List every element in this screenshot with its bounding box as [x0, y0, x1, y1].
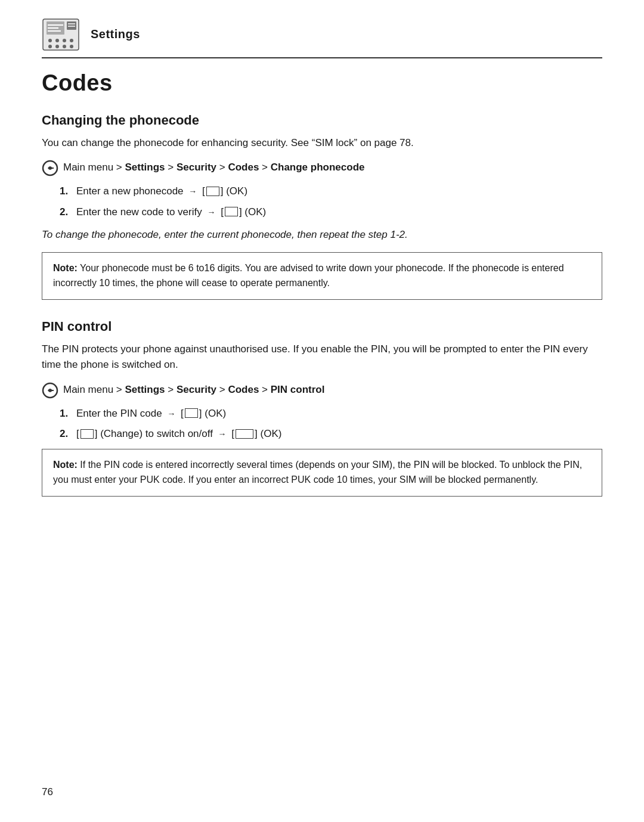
pin-note-body: If the PIN code is entered incorrectly s…	[53, 460, 582, 485]
pin-arrow-right-2: →	[218, 428, 227, 441]
nav-arrow-icon	[42, 160, 58, 176]
section-phonecode: Changing the phonecode You can change th…	[42, 113, 602, 300]
pin-ok-icon-1	[185, 408, 198, 418]
phonecode-step-2: 2. Enter the new code to verify → [] (OK…	[60, 204, 602, 220]
header-title: Settings	[91, 18, 140, 41]
section-phonecode-heading: Changing the phonecode	[42, 113, 602, 128]
pin-step-2: 2. [] (Change) to switch on/off → [] (OK…	[60, 426, 602, 442]
page-number: 76	[42, 786, 53, 798]
section-pin: PIN control The PIN protects your phone …	[42, 319, 602, 497]
phonecode-steps: 1. Enter a new phonecode → [] (OK) 2. En…	[60, 184, 602, 220]
pin-ok-icon-2	[236, 429, 253, 439]
pin-steps: 1. Enter the PIN code → [] (OK) 2. [] (C…	[60, 406, 602, 442]
svg-point-14	[63, 45, 66, 48]
pin-arrow-right-1: →	[167, 408, 175, 421]
phonecode-note-box: Note: Your phonecode must be 6 to16 digi…	[42, 252, 602, 300]
ok-button-icon-2	[225, 207, 238, 216]
phonecode-italic-note: To change the phonecode, enter the curre…	[42, 227, 602, 243]
svg-point-11	[70, 39, 73, 42]
page-header: Settings	[42, 18, 602, 58]
pin-note-box: Note: If the PIN code is entered incorre…	[42, 449, 602, 497]
page-title: Codes	[42, 70, 602, 96]
svg-point-8	[48, 39, 52, 42]
phonecode-step-1: 1. Enter a new phonecode → [] (OK)	[60, 184, 602, 199]
svg-point-10	[63, 39, 66, 42]
arrow-right-icon: →	[188, 185, 197, 198]
settings-logo	[42, 18, 80, 51]
section-pin-heading: PIN control	[42, 319, 602, 334]
svg-point-13	[55, 45, 59, 48]
pin-step-1: 1. Enter the PIN code → [] (OK)	[60, 406, 602, 421]
ok-button-icon-1	[206, 187, 219, 196]
pin-nav: Main menu > Settings > Security > Codes …	[42, 381, 602, 399]
pin-change-icon	[80, 429, 94, 439]
pin-nav-arrow-icon	[42, 382, 58, 399]
phonecode-nav: Main menu > Settings > Security > Codes …	[42, 159, 602, 176]
svg-point-9	[55, 39, 59, 42]
arrow-right-icon-2: →	[207, 206, 215, 219]
phonecode-note-body: Your phonecode must be 6 to16 digits. Yo…	[53, 263, 564, 288]
section-phonecode-body: You can change the phonecode for enhanci…	[42, 135, 602, 151]
svg-point-12	[48, 45, 52, 48]
phonecode-nav-text: Main menu > Settings > Security > Codes …	[63, 159, 364, 175]
svg-point-15	[70, 45, 73, 48]
svg-rect-5	[67, 21, 76, 30]
phonecode-note-label: Note:	[53, 263, 78, 273]
pin-nav-text: Main menu > Settings > Security > Codes …	[63, 381, 324, 398]
section-pin-body: The PIN protects your phone against unau…	[42, 342, 602, 373]
pin-note-label: Note:	[53, 460, 78, 470]
page: Settings Codes Changing the phonecode Yo…	[0, 0, 644, 822]
